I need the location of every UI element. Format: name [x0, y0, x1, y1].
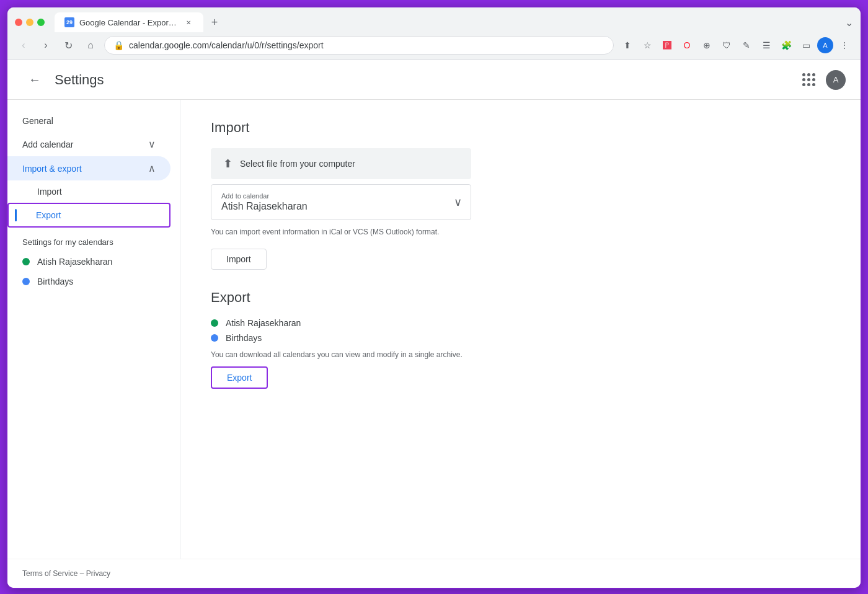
export-calendar-birthdays: Birthdays — [211, 333, 831, 343]
upload-icon: ⬆ — [223, 157, 232, 171]
sidebar-item-general[interactable]: General — [7, 110, 170, 132]
calendar-birthdays-label: Birthdays — [37, 277, 73, 286]
opera-icon[interactable]: O — [678, 37, 696, 54]
sidebar: General Add calendar ∨ Import & export ∧… — [7, 100, 181, 559]
more-menu-icon[interactable]: ⋮ — [836, 37, 853, 54]
address-bar: ‹ › ↻ ⌂ 🔒 calendar.google.com/calendar/u… — [7, 32, 861, 60]
extensions-icon[interactable]: 🧩 — [777, 37, 795, 54]
privacy-link[interactable]: Privacy — [86, 569, 110, 578]
import-info-text: You can import event information in iCal… — [211, 228, 471, 236]
sidebar-import-label: Import — [37, 187, 62, 197]
calendar-dot-green — [22, 258, 30, 265]
lock-icon: 🔒 — [113, 40, 124, 50]
tab-title: Google Calendar - Export/imp... — [79, 18, 179, 27]
chevron-up-icon: ∧ — [148, 162, 156, 174]
user-avatar[interactable]: A — [826, 70, 846, 90]
import-button[interactable]: Import — [211, 249, 267, 270]
export-calendar-atish: Atish Rajasekharan — [211, 318, 831, 328]
tab-favicon: 29 — [64, 17, 74, 27]
share-icon[interactable]: ⬆ — [619, 37, 636, 54]
app-content: ← Settings A General Add calendar — [7, 60, 861, 588]
sidebar-subitem-export[interactable]: Export — [7, 203, 170, 228]
editor-icon[interactable]: ✎ — [738, 37, 755, 54]
export-dot-blue — [211, 334, 218, 342]
browser-window: 29 Google Calendar - Export/imp... ✕ + ⌄… — [6, 6, 862, 589]
settings-for-my-calendars-heading: Settings for my calendars — [7, 228, 180, 252]
url-bar[interactable]: 🔒 calendar.google.com/calendar/u/0/r/set… — [104, 36, 614, 55]
sidebar-toggle-icon[interactable]: ▭ — [797, 37, 815, 54]
sidebar-item-add-calendar[interactable]: Add calendar ∨ — [7, 132, 170, 156]
terms-of-service-link[interactable]: Terms of Service — [22, 569, 78, 578]
profile-avatar[interactable]: A — [817, 37, 833, 53]
minimize-traffic-light[interactable] — [26, 19, 33, 26]
maximize-traffic-light[interactable] — [37, 19, 45, 26]
new-tab-button[interactable]: + — [206, 14, 223, 31]
chevron-down-icon: ∨ — [148, 138, 156, 150]
top-app-bar: ← Settings A — [7, 60, 861, 100]
sidebar-subitem-import[interactable]: Import — [7, 180, 170, 203]
export-calendar1-label: Atish Rajasekharan — [226, 318, 301, 328]
star-icon[interactable]: ☆ — [639, 37, 656, 54]
export-section-title: Export — [211, 290, 831, 306]
browser-chrome: 29 Google Calendar - Export/imp... ✕ + ⌄… — [7, 7, 861, 60]
page-title: Settings — [55, 72, 796, 88]
sidebar-item-import-export[interactable]: Import & export ∧ — [7, 156, 170, 180]
export-dot-green — [211, 319, 218, 327]
main-content: Import ⬆ Select file from your computer … — [181, 100, 861, 559]
calendar-atish-label: Atish Rajasekharan — [37, 257, 112, 267]
add-to-calendar-value: Atish Rajasekharan — [221, 201, 461, 212]
section-divider — [211, 270, 831, 290]
opera2-icon[interactable]: ⊕ — [698, 37, 715, 54]
export-calendar2-label: Birthdays — [226, 333, 262, 343]
export-button[interactable]: Export — [211, 366, 268, 389]
footer-dash: – — [80, 569, 86, 578]
select-file-button[interactable]: ⬆ Select file from your computer — [211, 148, 471, 179]
active-tab[interactable]: 29 Google Calendar - Export/imp... ✕ — [55, 12, 203, 32]
import-section-title: Import — [211, 120, 831, 136]
hamburger-icon[interactable]: ☰ — [758, 37, 775, 54]
tab-close-button[interactable]: ✕ — [184, 17, 193, 27]
dropdown-arrow-icon: ∨ — [454, 195, 462, 209]
toolbar-icons: ⬆ ☆ 🅿 O ⊕ 🛡 ✎ ☰ 🧩 ▭ A ⋮ — [619, 37, 853, 54]
export-info-text: You can download all calendars you can v… — [211, 350, 521, 359]
traffic-lights — [15, 19, 45, 26]
reload-button[interactable]: ↻ — [60, 37, 77, 54]
settings-back-button[interactable]: ← — [22, 68, 47, 92]
sidebar-export-label: Export — [36, 210, 61, 220]
grid-dots-icon — [802, 73, 815, 86]
add-to-calendar-dropdown[interactable]: Add to calendar Atish Rajasekharan ∨ — [211, 184, 471, 220]
tab-bar: 29 Google Calendar - Export/imp... ✕ + ⌄ — [7, 7, 861, 32]
bitwarden-icon[interactable]: 🛡 — [718, 37, 735, 54]
add-to-calendar-label: Add to calendar — [221, 192, 461, 200]
sidebar-item-general-label: General — [22, 116, 53, 126]
main-layout: General Add calendar ∨ Import & export ∧… — [7, 100, 861, 559]
tab-overflow-button[interactable]: ⌄ — [845, 17, 853, 29]
forward-nav-button[interactable]: › — [37, 37, 55, 54]
pocket-icon[interactable]: 🅿 — [658, 37, 676, 54]
select-file-label: Select file from your computer — [240, 159, 355, 169]
sidebar-calendar-atish[interactable]: Atish Rajasekharan — [7, 252, 180, 272]
back-nav-button[interactable]: ‹ — [15, 37, 32, 54]
sidebar-add-calendar-label: Add calendar — [22, 140, 148, 149]
url-text: calendar.google.com/calendar/u/0/r/setti… — [129, 40, 604, 50]
google-apps-button[interactable] — [796, 68, 821, 92]
calendar-dot-blue — [22, 278, 30, 285]
home-button[interactable]: ⌂ — [82, 37, 99, 54]
sidebar-import-export-label: Import & export — [22, 164, 148, 174]
sidebar-calendar-birthdays[interactable]: Birthdays — [7, 272, 180, 291]
close-traffic-light[interactable] — [15, 19, 22, 26]
footer: Terms of Service – Privacy — [7, 559, 861, 588]
